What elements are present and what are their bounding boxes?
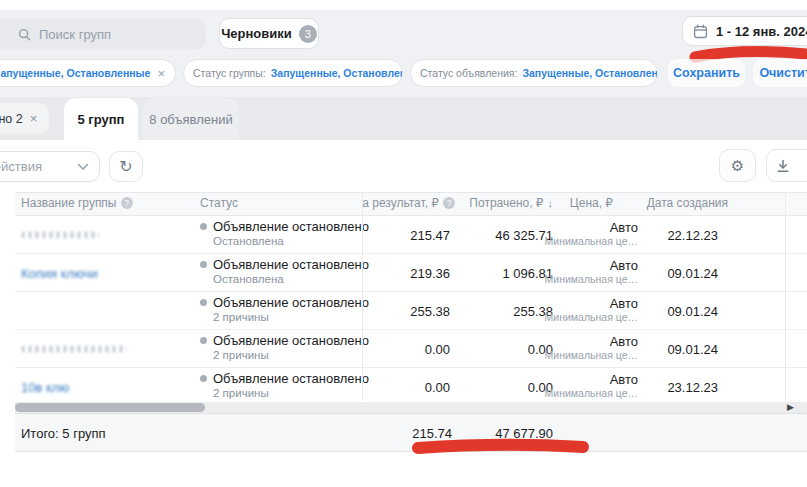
status-text: Объявление остановлено bbox=[213, 371, 369, 386]
chip-prefix: Статус группы: bbox=[193, 67, 266, 79]
price-cell: Авто Минимальная це… bbox=[545, 372, 638, 399]
status-dot-icon bbox=[200, 337, 207, 344]
group-name-link[interactable] bbox=[21, 345, 127, 352]
horizontal-scrollbar[interactable]: ▶ bbox=[15, 402, 807, 413]
export-icon bbox=[776, 159, 790, 173]
refresh-button[interactable]: ↻ bbox=[109, 151, 143, 182]
created-date: 09.01.24 bbox=[667, 341, 718, 356]
search-input[interactable]: Поиск групп bbox=[0, 19, 206, 49]
created-date: 09.01.24 bbox=[667, 303, 718, 318]
sticky-column-divider bbox=[362, 192, 363, 401]
filter-chip-group-status[interactable]: Статус группы: Запущенные, Остановленные… bbox=[183, 59, 403, 87]
total-cost-per-result: 215.74 bbox=[412, 425, 452, 440]
table-row[interactable]: 10в клю Объявление остановлено 2 причины… bbox=[15, 368, 807, 406]
column-header-cost-per-result: Цена за результат, ₽ ? bbox=[363, 192, 455, 216]
cost-per-result-value: 0.00 bbox=[425, 379, 450, 394]
column-settings-button[interactable]: ⚙ bbox=[719, 149, 756, 182]
group-name-link[interactable]: 10в клю bbox=[21, 380, 69, 395]
price-cell: Авто Минимальная це… bbox=[545, 220, 638, 247]
status-text: Объявление остановлено bbox=[213, 333, 369, 348]
drafts-count-badge: 3 bbox=[299, 25, 317, 43]
sort-desc-icon: ↓ bbox=[548, 197, 554, 209]
price-mode: Авто bbox=[545, 372, 638, 387]
drafts-button[interactable]: Черновики 3 bbox=[219, 18, 319, 49]
status-subtext: 2 причины bbox=[213, 349, 369, 361]
scrollbar-thumb[interactable] bbox=[15, 403, 205, 412]
filter-chip-ad-status[interactable]: Статус объявления: Запущенные, Остановле… bbox=[410, 59, 658, 87]
date-range-picker[interactable]: 1 - 12 янв. 2024 bbox=[682, 16, 807, 46]
chip-value: Запущенные, Остановленные bbox=[0, 67, 150, 79]
table-row[interactable]: Копия ключи Объявление остановлено Остан… bbox=[15, 254, 807, 292]
actions-dropdown[interactable]: Действия bbox=[0, 151, 100, 182]
actions-label: Действия bbox=[0, 159, 42, 174]
price-strategy: Минимальная це… bbox=[545, 235, 638, 247]
created-date: 22.12.23 bbox=[667, 227, 718, 242]
column-header-name: Название группы ? bbox=[21, 196, 133, 210]
save-filters-button[interactable]: Сохранить bbox=[668, 59, 745, 87]
status-cell: Объявление остановлено Остановлена bbox=[200, 257, 369, 285]
status-subtext: 2 причины bbox=[213, 311, 369, 323]
selected-items-label: Выбрано 2 bbox=[0, 112, 23, 126]
status-text: Объявление остановлено bbox=[213, 295, 369, 310]
table-row[interactable]: Объявление остановлено 2 причины 0.00 0.… bbox=[15, 330, 807, 368]
table-body: Объявление остановлено Остановлена 215.4… bbox=[15, 216, 807, 406]
group-name-link[interactable]: Копия ключи bbox=[21, 266, 98, 281]
refresh-icon: ↻ bbox=[119, 157, 132, 176]
clear-filters-button[interactable]: Очистить bbox=[753, 59, 807, 87]
date-range-label: 1 - 12 янв. 2024 bbox=[716, 24, 807, 39]
search-icon bbox=[18, 28, 31, 41]
filter-chip-campaign-status[interactable]: Запущенные, Остановленные × bbox=[0, 59, 176, 87]
created-date: 23.12.23 bbox=[667, 379, 718, 394]
help-icon[interactable]: ? bbox=[121, 197, 133, 209]
tab-groups[interactable]: 5 групп bbox=[64, 98, 138, 140]
close-icon[interactable]: × bbox=[30, 111, 38, 126]
drafts-label: Черновики bbox=[221, 26, 292, 41]
scroll-right-arrow-icon[interactable]: ▶ bbox=[787, 402, 794, 413]
status-cell: Объявление остановлено 2 причины bbox=[200, 333, 369, 361]
column-header-spent-sorted[interactable]: Потрачено, ₽ ↓ bbox=[469, 196, 553, 210]
status-dot-icon bbox=[200, 261, 207, 268]
status-dot-icon bbox=[200, 299, 207, 306]
chevron-down-icon bbox=[77, 163, 89, 171]
total-spent: 47 677.90 bbox=[495, 425, 553, 440]
cost-per-result-value: 0.00 bbox=[425, 341, 450, 356]
table-row[interactable]: Объявление остановлено Остановлена 215.4… bbox=[15, 216, 807, 254]
column-header-status: Статус bbox=[200, 196, 238, 210]
status-dot-icon bbox=[200, 375, 207, 382]
selected-items-chip[interactable]: Выбрано 2 × bbox=[0, 103, 49, 134]
price-cell: Авто Минимальная це… bbox=[545, 334, 638, 361]
search-placeholder: Поиск групп bbox=[39, 27, 111, 42]
status-cell: Объявление остановлено 2 причины bbox=[200, 295, 369, 323]
price-mode: Авто bbox=[545, 296, 638, 311]
status-text: Объявление остановлено bbox=[213, 257, 369, 272]
gear-icon: ⚙ bbox=[731, 157, 744, 175]
help-icon[interactable]: ? bbox=[443, 197, 455, 209]
chip-prefix: Статус объявления: bbox=[420, 67, 517, 79]
status-subtext: Остановлена bbox=[213, 235, 369, 247]
top-strip bbox=[0, 0, 807, 10]
price-strategy: Минимальная це… bbox=[545, 387, 638, 399]
tab-ads[interactable]: 8 объявлений bbox=[143, 98, 239, 140]
column-header-created: Дата создания bbox=[647, 196, 728, 210]
status-cell: Объявление остановлено Остановлена bbox=[200, 219, 369, 247]
status-text: Объявление остановлено bbox=[213, 219, 369, 234]
cost-per-result-value: 215.47 bbox=[410, 227, 450, 242]
price-strategy: Минимальная це… bbox=[545, 273, 638, 285]
group-name-link[interactable] bbox=[21, 231, 99, 238]
price-mode: Авто bbox=[545, 334, 638, 349]
price-mode: Авто bbox=[545, 220, 638, 235]
status-subtext: 2 причины bbox=[213, 387, 369, 399]
created-date: 09.01.24 bbox=[667, 265, 718, 280]
chip-value: Запущенные, Остановленные bbox=[522, 67, 658, 79]
table-row[interactable]: Объявление остановлено 2 причины 255.38 … bbox=[15, 292, 807, 330]
price-cell: Авто Минимальная це… bbox=[545, 296, 638, 323]
chip-value: Запущенные, Остановленные bbox=[271, 67, 403, 79]
export-button[interactable] bbox=[766, 149, 807, 182]
ads-manager-screen: Поиск групп Черновики 3 1 - 12 янв. 2024… bbox=[0, 0, 807, 487]
price-cell: Авто Минимальная це… bbox=[545, 258, 638, 285]
close-icon[interactable]: × bbox=[157, 67, 165, 80]
right-column-divider bbox=[785, 192, 786, 401]
cost-per-result-value: 255.38 bbox=[410, 303, 450, 318]
table-footer: Итого: 5 групп 215.74 47 677.90 bbox=[15, 413, 807, 452]
status-dot-icon bbox=[200, 223, 207, 230]
